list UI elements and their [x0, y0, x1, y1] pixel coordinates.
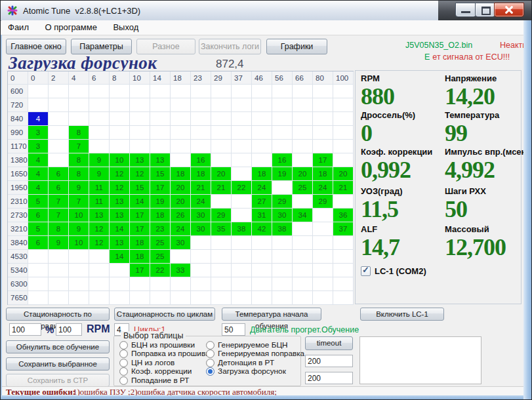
maximize-button[interactable]: [475, 3, 495, 17]
grid-cell[interactable]: [211, 277, 232, 291]
grid-cell[interactable]: [272, 264, 293, 277]
grid-cell[interactable]: 38: [272, 222, 293, 236]
grid-cell[interactable]: [232, 277, 252, 291]
grid-cell[interactable]: [191, 277, 211, 291]
grid-cell[interactable]: [293, 291, 313, 305]
grid-cell[interactable]: [333, 195, 354, 209]
grid-cell[interactable]: 30: [272, 209, 293, 222]
grid-cell[interactable]: 9: [49, 236, 69, 250]
grid-cell[interactable]: [333, 236, 354, 250]
grid-cell[interactable]: 21: [191, 181, 211, 195]
grid-cell[interactable]: 3: [28, 140, 49, 153]
grid-cell[interactable]: [150, 126, 171, 140]
finish-logs-button[interactable]: Закончить логи: [199, 39, 261, 54]
grid-cell[interactable]: 15: [150, 167, 171, 181]
grid-cell[interactable]: [49, 264, 69, 277]
grid-cell[interactable]: [89, 98, 110, 112]
grid-cell[interactable]: 5: [28, 222, 49, 236]
grid-cell[interactable]: [28, 85, 49, 98]
grid-cell[interactable]: 14: [110, 250, 130, 264]
stationarity-cycles-button[interactable]: Стационарность по циклам: [114, 308, 215, 321]
grid-cell[interactable]: [272, 250, 293, 264]
grid-cell[interactable]: [272, 112, 293, 126]
grid-cell[interactable]: [171, 112, 191, 126]
grid-cell[interactable]: 12: [110, 167, 130, 181]
grid-cell[interactable]: [232, 195, 252, 209]
grid-cell[interactable]: 13: [130, 153, 150, 167]
grid-cell[interactable]: [232, 112, 252, 126]
grid-cell[interactable]: [150, 291, 171, 305]
grid-cell[interactable]: [232, 291, 252, 305]
grid-cell[interactable]: [232, 250, 252, 264]
grid-cell[interactable]: [211, 195, 232, 209]
grid-cell[interactable]: [333, 277, 354, 291]
grid-cell[interactable]: [211, 264, 232, 277]
grid-cell[interactable]: [171, 140, 191, 153]
grid-cell[interactable]: 17: [130, 209, 150, 222]
grid-cell[interactable]: [150, 85, 171, 98]
grid-cell[interactable]: [49, 112, 69, 126]
radio-button-icon[interactable]: [119, 341, 128, 350]
radio-button-icon[interactable]: [119, 359, 128, 367]
grid-cell[interactable]: [150, 277, 171, 291]
grid-cell[interactable]: 29: [272, 195, 293, 209]
grid-cell[interactable]: [69, 112, 89, 126]
grid-cell[interactable]: 26: [171, 209, 191, 222]
radio-option[interactable]: Генерируемая поправка: [206, 349, 304, 358]
grid-cell[interactable]: [252, 85, 272, 98]
grid-cell[interactable]: [252, 277, 272, 291]
grid-cell[interactable]: [49, 291, 69, 305]
grid-cell[interactable]: 36: [333, 209, 354, 222]
grid-cell[interactable]: [49, 85, 69, 98]
grid-cell[interactable]: [313, 98, 333, 112]
grid-cell[interactable]: 20: [171, 181, 191, 195]
grid-cell[interactable]: 18: [252, 167, 272, 181]
grid-cell[interactable]: [232, 209, 252, 222]
grid-cell[interactable]: [272, 181, 293, 195]
grid-cell[interactable]: 19: [150, 195, 171, 209]
grid-cell[interactable]: [69, 250, 89, 264]
grid-cell[interactable]: [252, 98, 272, 112]
grid-cell[interactable]: [110, 140, 130, 153]
grid-cell[interactable]: 8: [69, 153, 89, 167]
grid-cell[interactable]: [211, 98, 232, 112]
grid-cell[interactable]: 10: [110, 153, 130, 167]
main-window-button[interactable]: Главное окно: [6, 39, 66, 54]
grid-cell[interactable]: 8: [69, 167, 89, 181]
grid-cell[interactable]: [110, 112, 130, 126]
grid-cell[interactable]: [252, 236, 272, 250]
grid-cell[interactable]: [49, 250, 69, 264]
grid-cell[interactable]: [313, 264, 333, 277]
radio-button-icon[interactable]: [119, 376, 128, 385]
grid-cell[interactable]: [293, 222, 313, 236]
grid-cell[interactable]: [232, 167, 252, 181]
grid-cell[interactable]: [252, 264, 272, 277]
grid-cell[interactable]: [69, 98, 89, 112]
grid-cell[interactable]: 18: [150, 209, 171, 222]
grid-cell[interactable]: [191, 126, 211, 140]
grid-cell[interactable]: 18: [313, 167, 333, 181]
grid-cell[interactable]: 18: [130, 250, 150, 264]
menu-about[interactable]: О программе: [38, 20, 104, 32]
grid-cell[interactable]: 13: [89, 209, 110, 222]
grid-cell[interactable]: [313, 85, 333, 98]
grid-cell[interactable]: [110, 291, 130, 305]
grid-cell[interactable]: [130, 277, 150, 291]
radio-button-icon[interactable]: [119, 350, 128, 358]
grid-cell[interactable]: 13: [110, 195, 130, 209]
radio-button-icon[interactable]: [206, 350, 215, 358]
grid-cell[interactable]: 5: [28, 195, 49, 209]
parameters-button[interactable]: Параметры: [71, 39, 132, 54]
grid-cell[interactable]: [211, 112, 232, 126]
grid-cell[interactable]: [89, 291, 110, 305]
grid-cell[interactable]: [232, 85, 252, 98]
grid-cell[interactable]: 12: [89, 222, 110, 236]
grid-cell[interactable]: 9: [89, 167, 110, 181]
grid-cell[interactable]: [293, 153, 313, 167]
grid-cell[interactable]: [333, 250, 354, 264]
grid-cell[interactable]: [110, 126, 130, 140]
grid-cell[interactable]: 17: [313, 153, 333, 167]
grid-cell[interactable]: [191, 140, 211, 153]
grid-cell[interactable]: 6: [28, 209, 49, 222]
grid-cell[interactable]: [49, 277, 69, 291]
